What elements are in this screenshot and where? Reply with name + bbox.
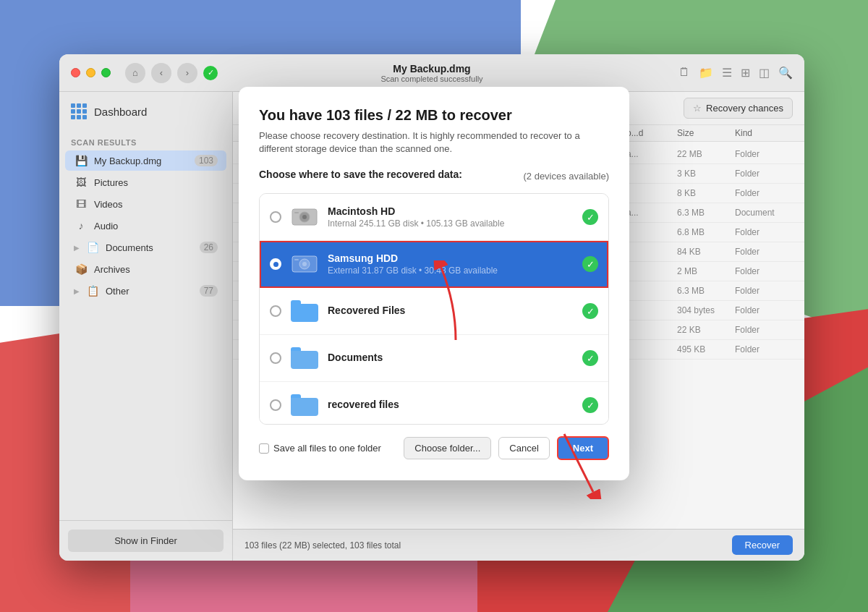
folder-icon-recovered-2 (290, 391, 319, 420)
radio-macintosh-hd[interactable] (270, 211, 281, 223)
device-recovered-files[interactable]: Recovered Files ✓ (260, 288, 608, 335)
dialog-bottom: Save all files to one folder Choose fold… (259, 436, 609, 460)
hdd-icon-samsung (290, 250, 319, 279)
device-check-recovered: ✓ (582, 303, 598, 319)
save-one-folder-label: Save all files to one folder (273, 443, 381, 454)
svg-point-2 (302, 215, 307, 219)
device-check-samsung: ✓ (582, 256, 598, 272)
device-info-recovered-2: recovered files (328, 399, 399, 412)
cancel-button[interactable]: Cancel (498, 437, 549, 459)
dialog-subtitle: Please choose recovery destination. It i… (259, 129, 609, 156)
dialog-choose-row: Choose where to save the recovered data:… (259, 169, 609, 183)
device-recovered-files-2[interactable]: recovered files ✓ (260, 382, 608, 425)
device-documents[interactable]: Documents ✓ (260, 335, 608, 382)
device-info-recovered: Recovered Files (328, 305, 405, 318)
dialog-overlay: You have 103 files / 22 MB to recover Pl… (0, 0, 868, 612)
device-list: Macintosh HD Internal 245.11 GB disk • 1… (259, 193, 609, 425)
device-name-documents: Documents (328, 352, 383, 363)
radio-recovered-files[interactable] (270, 305, 281, 317)
device-macintosh-hd[interactable]: Macintosh HD Internal 245.11 GB disk • 1… (260, 194, 608, 241)
radio-recovered-files-2[interactable] (270, 399, 281, 411)
save-one-folder-checkbox[interactable] (259, 443, 269, 454)
svg-point-6 (302, 262, 307, 266)
device-name-samsung: Samsung HDD (328, 252, 498, 264)
next-button[interactable]: Next (557, 436, 609, 460)
device-check-documents: ✓ (582, 350, 598, 366)
recovery-dialog: You have 103 files / 22 MB to recover Pl… (239, 87, 629, 480)
hdd-icon-mac (290, 203, 319, 231)
device-desc-samsung: External 31.87 GB disk • 30.48 GB availa… (328, 265, 498, 276)
dialog-actions: Choose folder... Cancel Next (404, 436, 609, 460)
radio-documents[interactable] (270, 352, 281, 364)
device-info-documents: Documents (328, 352, 383, 365)
radio-samsung-hdd[interactable] (270, 258, 281, 270)
svg-rect-3 (294, 212, 299, 213)
device-check-recovered-2: ✓ (582, 397, 598, 413)
devices-note: (2 devices available) (523, 171, 609, 182)
folder-icon-documents (290, 344, 319, 373)
choose-folder-button[interactable]: Choose folder... (404, 437, 491, 459)
device-info-mac: Macintosh HD Internal 245.11 GB disk • 1… (328, 205, 504, 229)
device-name-mac: Macintosh HD (328, 205, 504, 217)
device-name-recovered: Recovered Files (328, 305, 405, 316)
choose-label: Choose where to save the recovered data: (259, 169, 462, 180)
device-check-mac: ✓ (582, 209, 598, 225)
dialog-title: You have 103 files / 22 MB to recover (259, 107, 609, 124)
device-info-samsung: Samsung HDD External 31.87 GB disk • 30.… (328, 252, 498, 276)
save-one-folder: Save all files to one folder (259, 443, 381, 454)
device-desc-mac: Internal 245.11 GB disk • 105.13 GB avai… (328, 218, 504, 229)
svg-rect-7 (294, 259, 299, 260)
device-samsung-hdd[interactable]: Samsung HDD External 31.87 GB disk • 30.… (260, 241, 608, 288)
folder-icon-recovered (290, 297, 319, 326)
device-name-recovered-2: recovered files (328, 399, 399, 410)
